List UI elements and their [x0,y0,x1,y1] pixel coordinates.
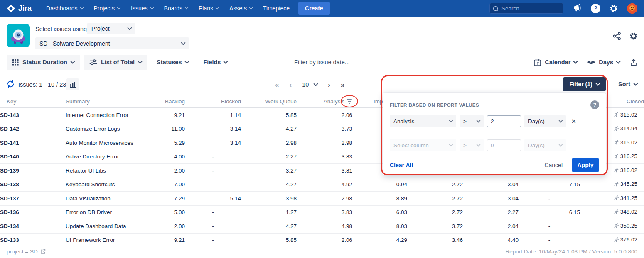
report-toolbar: Status Duration List of Total Statuses F… [0,55,644,70]
close-icon[interactable]: × [572,118,576,125]
apply-button[interactable]: Apply [572,158,599,172]
chevron-down-icon [249,6,253,9]
cancel-button[interactable]: Cancel [544,162,563,168]
duration-cell: 3.46 [407,233,463,247]
app-window: Jira DashboardsProjectsIssuesBoardsPlans… [0,0,644,258]
filter-value-input[interactable] [487,115,521,127]
duration-cell: 4.27 [241,219,297,234]
duration-cell: - [519,219,580,234]
chevron-down-icon [633,81,638,85]
table-row: SD-134Update Dashboard Data2.00-4.274.98… [0,219,644,234]
duration-cell: - [185,219,241,234]
filter-unit-select-empty[interactable]: Day(s) [524,139,566,151]
user-avatar[interactable] [627,3,637,14]
nav-item-dashboards[interactable]: Dashboards [41,0,88,17]
nav-item-boards[interactable]: Boards [159,0,193,17]
runner-icon [614,126,619,131]
gear-icon[interactable] [609,4,618,13]
megaphone-icon[interactable] [572,4,582,13]
issue-key-link[interactable]: SD-141 [0,136,66,150]
runner-icon [614,195,619,201]
calendar-select[interactable]: Calendar [533,58,577,66]
duration-cell: 7.00 [162,178,185,192]
duration-cell: - [519,192,580,206]
runner-icon [614,153,619,159]
nav-item-assets[interactable]: Assets [224,0,258,17]
filter-unit-select[interactable]: Day(s) [524,115,566,127]
filter-column-select-empty[interactable]: Select column [390,139,456,151]
chevron-down-icon [185,6,188,9]
duration-cell: 5.00 [162,205,185,219]
unit-select[interactable]: Days [587,59,620,66]
pagination-prev[interactable]: ‹ [289,81,292,88]
duration-cell: 7.15 [519,178,580,192]
issue-summary: Customize Error Logs [66,122,162,136]
duration-cell: 1.14 [185,108,241,122]
issue-key-link[interactable]: SD-133 [0,233,66,247]
duration-cell: 2.27 [241,150,297,164]
issue-key-link[interactable]: SD-143 [0,108,66,122]
pagination-last[interactable]: » [341,81,344,88]
help-icon[interactable]: ? [591,4,600,13]
popup-footer: Clear All Cancel Apply [390,158,599,172]
duration-cell: - [185,164,241,178]
issue-key-link[interactable]: SD-139 [0,164,66,178]
duration-cell: 1.27 [241,205,297,219]
issue-key-link[interactable]: SD-140 [0,150,66,164]
duration-cell: 2.04 [463,219,519,234]
chevron-down-icon [477,142,481,146]
nav-item-timepiece[interactable]: Timepiece [258,0,295,17]
filter-lines-icon[interactable] [347,99,352,103]
issue-source-select[interactable]: Project [87,23,135,34]
nav-item-plans[interactable]: Plans [193,0,224,17]
gear-icon[interactable] [629,32,638,41]
duration-cell: 2.98 [297,192,352,206]
runner-icon [614,139,619,145]
global-search[interactable] [489,3,563,14]
external-link-icon[interactable] [40,249,46,254]
pagination-next[interactable]: › [328,81,330,88]
nav-item-issues[interactable]: Issues [125,0,158,17]
header-actions [612,32,638,41]
navbar-right: ? [489,3,637,14]
duration-cell: 6.03 [352,205,407,219]
issue-key-link[interactable]: SD-142 [0,122,66,136]
filter-value-input-empty[interactable] [487,139,521,151]
runner-icon [614,181,619,187]
help-icon[interactable]: ? [590,100,599,109]
bar-chart-button[interactable] [66,78,79,90]
duration-cell: 2.98 [297,136,352,150]
jira-logo-icon [7,4,15,13]
nav-item-projects[interactable]: Projects [88,0,126,17]
duration-cell: 4.27 [241,178,297,192]
export-icon[interactable] [630,58,637,66]
filter-column-select[interactable]: Analysis [390,115,456,127]
col-header-backlog: Backlog [162,95,185,108]
issue-key-link[interactable]: SD-136 [0,205,66,219]
bar-chart-icon [69,81,77,88]
issue-key-link[interactable]: SD-138 [0,178,66,192]
issue-key-link[interactable]: SD-137 [0,192,66,206]
issues-count: Issues: 1 - 10 / 23 [18,81,66,88]
sort-select[interactable]: Sort [618,81,637,88]
duration-cell: 5.14 [185,192,241,206]
filter-button[interactable]: Filter (1) [563,77,606,91]
create-button[interactable]: Create [298,2,330,15]
filter-operator-select[interactable]: >= [460,115,484,127]
popup-divider [383,133,606,133]
page-size-select[interactable]: 10 [302,81,317,88]
share-icon[interactable] [612,32,622,41]
duration-cell: 2.06 [297,108,352,122]
pagination-first[interactable]: « [275,81,279,88]
refresh-icon[interactable] [7,80,15,88]
jira-logo[interactable]: Jira [7,4,32,13]
project-avatar-icon [7,24,30,49]
clear-all-link[interactable]: Clear All [390,162,413,168]
duration-cell: 8.89 [352,192,407,206]
duration-cell: 9.21 [162,233,185,247]
runner-icon [614,112,619,117]
filter-operator-select-empty[interactable]: >= [460,139,484,151]
issue-key-link[interactable]: SD-134 [0,219,66,234]
project-select[interactable]: SD - Sofware Development [35,37,189,49]
search-input[interactable] [501,5,552,12]
